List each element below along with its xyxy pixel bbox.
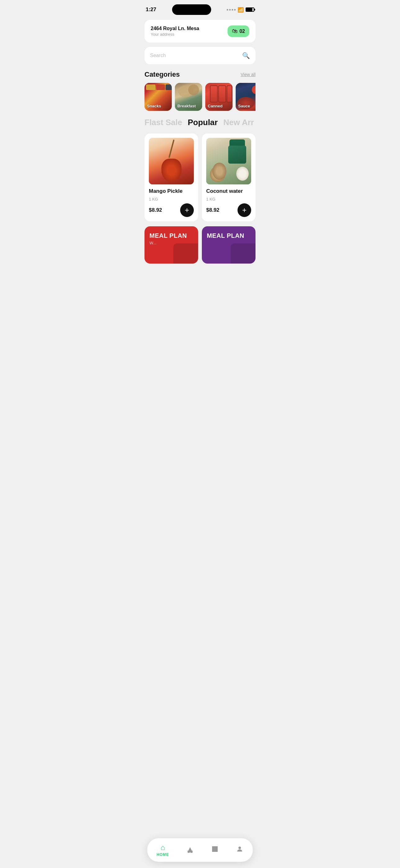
coconut-water-image bbox=[206, 138, 251, 184]
add-mango-button[interactable]: + bbox=[180, 203, 194, 217]
product-card-mango-pickle: Mango Pickle 1 KG $8.92 + bbox=[144, 133, 198, 221]
product-footer-mango: $8.92 + bbox=[149, 203, 194, 217]
meal-plan-grid: MEAL PLAN W... MEAL PLAN bbox=[144, 226, 256, 264]
products-grid: Mango Pickle 1 KG $8.92 + Coconut w bbox=[144, 133, 256, 221]
mango-pickle-image bbox=[149, 138, 194, 184]
meal-plan-card-red[interactable]: MEAL PLAN W... bbox=[144, 226, 198, 264]
address-card[interactable]: 2464 Royal Ln. Mesa Your address 🛍 02 bbox=[144, 20, 256, 42]
meal-plan-title-red: MEAL PLAN bbox=[149, 232, 193, 239]
category-item-snacks[interactable]: Snacks bbox=[144, 83, 172, 111]
search-placeholder: Search bbox=[150, 53, 166, 58]
status-time: 1:27 bbox=[146, 6, 156, 13]
category-label-snacks: Snacks bbox=[147, 104, 161, 108]
wifi-icon: 📶 bbox=[237, 7, 244, 13]
cart-count: 02 bbox=[239, 29, 245, 34]
product-name-mango: Mango Pickle bbox=[149, 188, 194, 194]
search-bar[interactable]: Search 🔍 bbox=[144, 47, 256, 64]
category-label-canned: Canned bbox=[208, 104, 223, 108]
plus-icon-mango: + bbox=[185, 207, 189, 214]
tab-popular[interactable]: Popular bbox=[188, 118, 218, 127]
address-info: 2464 Royal Ln. Mesa Your address bbox=[151, 26, 199, 37]
plus-icon-coconut: + bbox=[242, 207, 246, 214]
address-sub: Your address bbox=[151, 32, 199, 37]
product-price-mango: $8.92 bbox=[149, 207, 162, 213]
categories-header: Categories View all bbox=[144, 70, 256, 79]
add-coconut-button[interactable]: + bbox=[237, 203, 251, 217]
tab-flash-sale[interactable]: Flast Sale bbox=[144, 118, 182, 127]
product-image-coconut bbox=[206, 138, 251, 184]
category-label-breakfast: Breakfast bbox=[177, 104, 196, 108]
dynamic-island bbox=[172, 4, 211, 15]
categories-grid: Snacks Breakfast Canned Sauce bbox=[144, 83, 256, 111]
main-content: 2464 Royal Ln. Mesa Your address 🛍 02 Se… bbox=[139, 18, 261, 294]
cart-icon: 🛍 bbox=[232, 28, 237, 34]
category-label-sauce: Sauce bbox=[238, 104, 250, 108]
signal-icon bbox=[227, 9, 236, 10]
filter-tabs: Flast Sale Popular New Arr bbox=[144, 118, 256, 127]
product-card-coconut-water: Coconut water 1 KG $8.92 + bbox=[202, 133, 256, 221]
product-weight-mango: 1 KG bbox=[149, 197, 194, 202]
categories-title: Categories bbox=[144, 70, 180, 79]
product-price-coconut: $8.92 bbox=[206, 207, 220, 213]
tab-new-arrivals[interactable]: New Arr bbox=[223, 118, 254, 127]
battery-icon bbox=[245, 7, 254, 12]
address-main: 2464 Royal Ln. Mesa bbox=[151, 26, 199, 31]
product-image-mango bbox=[149, 138, 194, 184]
view-all-link[interactable]: View all bbox=[241, 72, 256, 77]
status-icons: 📶 bbox=[227, 7, 254, 13]
meal-plan-title-purple: MEAL PLAN bbox=[207, 232, 251, 239]
search-icon: 🔍 bbox=[242, 52, 250, 59]
product-weight-coconut: 1 KG bbox=[206, 197, 251, 202]
meal-plan-card-purple[interactable]: MEAL PLAN bbox=[202, 226, 256, 264]
category-item-canned[interactable]: Canned bbox=[205, 83, 233, 111]
cart-badge[interactable]: 🛍 02 bbox=[228, 26, 249, 37]
category-item-sauce[interactable]: Sauce bbox=[236, 83, 256, 111]
category-item-breakfast[interactable]: Breakfast bbox=[175, 83, 202, 111]
product-footer-coconut: $8.92 + bbox=[206, 203, 251, 217]
product-name-coconut: Coconut water bbox=[206, 188, 251, 194]
status-bar: 1:27 📶 bbox=[139, 0, 261, 18]
